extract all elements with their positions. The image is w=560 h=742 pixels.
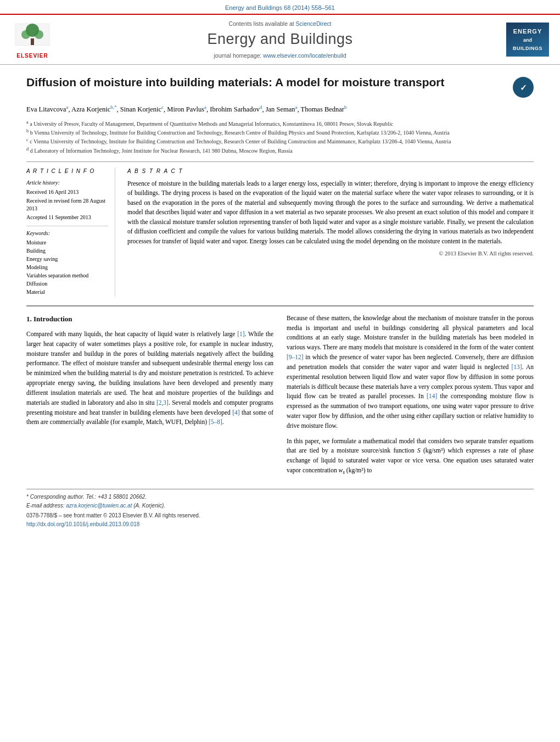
journal-ref: Energy and Buildings 68 (2014) 558–561 bbox=[225, 4, 335, 11]
doi-line: http://dx.doi.org/10.1016/j.enbuild.2013… bbox=[26, 521, 534, 528]
sciencedirect-link[interactable]: ScienceDirect bbox=[296, 20, 332, 27]
homepage-line: journal homepage: www.elsevier.com/locat… bbox=[60, 52, 500, 60]
journal-logo-box: ENERGY and BUILDINGS bbox=[506, 23, 549, 57]
keyword-variables: Variables separation method bbox=[26, 272, 108, 280]
svg-rect-1 bbox=[31, 38, 34, 45]
keyword-diffusion: Diffusion bbox=[26, 280, 108, 288]
elsevier-tree-icon bbox=[13, 19, 52, 51]
keywords-label: Keywords: bbox=[26, 230, 108, 237]
keyword-material: Material bbox=[26, 288, 108, 296]
ref-13: [13] bbox=[512, 364, 522, 370]
title-row: Diffusion of moisture into building mate… bbox=[26, 75, 534, 98]
ref-14: [14] bbox=[427, 393, 437, 399]
article-info-heading: A R T I C L E I N F O bbox=[26, 168, 108, 175]
logo-line2: and bbox=[508, 37, 547, 44]
issn-line: 0378-7788/$ – see front matter © 2013 El… bbox=[26, 512, 534, 520]
svg-point-4 bbox=[35, 30, 43, 39]
article-title: Diffusion of moisture into building mate… bbox=[26, 75, 506, 90]
ref-4: [4] bbox=[232, 409, 239, 416]
journal-ref-bar: Energy and Buildings 68 (2014) 558–561 bbox=[0, 0, 560, 14]
logo-line1: ENERGY bbox=[508, 27, 547, 36]
keyword-energy: Energy saving bbox=[26, 255, 108, 263]
crossmark-badge: ✓ bbox=[513, 77, 534, 98]
ref-58: [5–8] bbox=[209, 419, 222, 425]
copyright-line: © 2013 Elsevier B.V. All rights reserved… bbox=[127, 250, 534, 258]
affiliation-b: b b Vienna University of Technology, Ins… bbox=[26, 128, 534, 137]
email-name: (A. Korjenic). bbox=[133, 503, 165, 509]
intro-paragraph1: Compared with many liquids, the heat cap… bbox=[26, 330, 273, 427]
affiliation-c: c c Vienna University of Technology, Ins… bbox=[26, 137, 534, 146]
footnote-section: * Corresponding author. Tel.: +43 1 5880… bbox=[26, 489, 534, 528]
right-paragraph2: In this paper, we formulate a mathematic… bbox=[287, 437, 534, 477]
homepage-url[interactable]: www.elsevier.com/locate/enbuild bbox=[263, 52, 346, 59]
elsevier-wordmark: ELSEVIER bbox=[16, 52, 48, 60]
keyword-building: Building bbox=[26, 247, 108, 255]
abstract-heading: A B S T R A C T bbox=[127, 168, 534, 175]
email-label: E-mail address: bbox=[26, 503, 64, 509]
authors-line: Eva Litavcovaa, Azra Korjenicb,*, Sinan … bbox=[26, 103, 534, 115]
doi-url[interactable]: http://dx.doi.org/10.1016/j.enbuild.2013… bbox=[26, 521, 139, 527]
keyword-moisture: Moisture bbox=[26, 239, 108, 247]
email-line: E-mail address: azra.korjenic@tuwien.ac.… bbox=[26, 502, 534, 510]
journal-logo-right: ENERGY and BUILDINGS bbox=[505, 23, 550, 57]
svg-point-3 bbox=[21, 30, 30, 39]
journal-title-main: Energy and Buildings bbox=[60, 29, 500, 50]
accepted-date: Accepted 11 September 2013 bbox=[26, 214, 108, 221]
ref-23: [2,3] bbox=[156, 399, 169, 406]
corresponding-author-note: * Corresponding author. Tel.: +43 1 5880… bbox=[26, 493, 534, 501]
keyword-modeling: Modeling bbox=[26, 264, 108, 271]
header-center: Contents lists available at ScienceDirec… bbox=[60, 20, 500, 60]
history-label: Article history: bbox=[26, 179, 108, 187]
main-content: Diffusion of moisture into building mate… bbox=[0, 65, 560, 537]
intro-heading: 1. Introduction bbox=[26, 314, 273, 325]
received-date: Received 16 April 2013 bbox=[26, 188, 108, 196]
ref-912: [9–12] bbox=[287, 354, 304, 360]
body-right-col: Because of these matters, the knowledge … bbox=[287, 314, 534, 477]
right-paragraph1: Because of these matters, the knowledge … bbox=[287, 314, 534, 431]
affiliation-a: a a University of Presov, Faculty of Man… bbox=[26, 119, 534, 128]
affiliation-d: d d Laboratory of Information Technology… bbox=[26, 146, 534, 155]
article-meta-section: A R T I C L E I N F O Article history: R… bbox=[26, 161, 534, 297]
homepage-label: journal homepage: bbox=[214, 52, 261, 59]
article-info-col: A R T I C L E I N F O Article history: R… bbox=[26, 168, 115, 297]
logo-line3: BUILDINGS bbox=[508, 45, 547, 52]
body-left-col: 1. Introduction Compared with many liqui… bbox=[26, 314, 273, 477]
contents-text: Contents lists available at bbox=[229, 20, 294, 27]
body-section: 1. Introduction Compared with many liqui… bbox=[26, 305, 534, 477]
contents-available-line: Contents lists available at ScienceDirec… bbox=[60, 20, 500, 28]
elsevier-logo: ELSEVIER bbox=[10, 19, 55, 60]
header-bar: ELSEVIER Contents lists available at Sci… bbox=[0, 14, 560, 65]
abstract-col: A B S T R A C T Presence of moisture in … bbox=[127, 168, 534, 297]
ref-1: [1] bbox=[237, 331, 244, 337]
email-address[interactable]: azra.korjenic@tuwien.ac.at bbox=[66, 503, 132, 509]
info-divider bbox=[26, 226, 108, 226]
abstract-text: Presence of moisture in the building mat… bbox=[127, 179, 534, 246]
revised-date: Received in revised form 28 August 2013 bbox=[26, 197, 108, 213]
affiliations-block: a a University of Presov, Faculty of Man… bbox=[26, 119, 534, 155]
